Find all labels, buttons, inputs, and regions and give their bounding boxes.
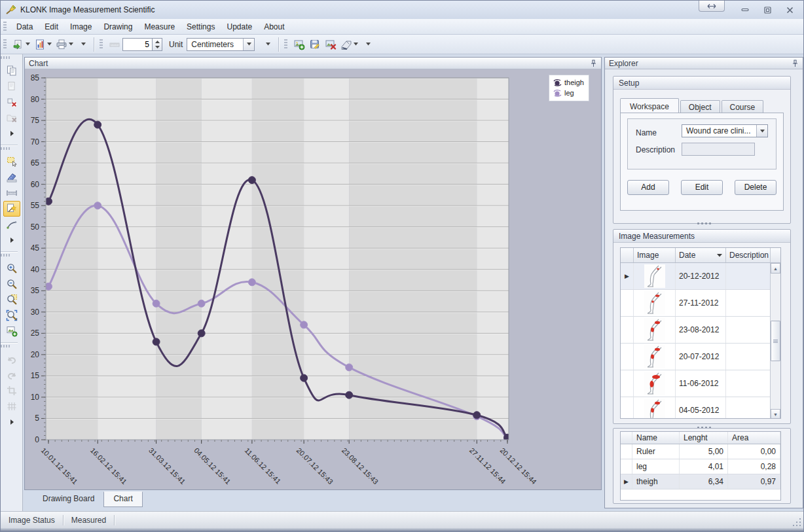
pin-icon[interactable] (590, 60, 597, 67)
save-disk-button[interactable] (307, 37, 323, 52)
zoom-in-icon[interactable] (3, 260, 20, 276)
scroll-down-icon[interactable]: ▼ (771, 409, 780, 419)
toolbar-grip-2[interactable] (100, 39, 103, 50)
left-toolbar-grip[interactable] (1, 147, 11, 150)
explorer-panel-header: Explorer (605, 58, 803, 69)
measure-wizard-icon[interactable] (3, 201, 20, 217)
unit-value: Centimeters (187, 40, 243, 49)
angle-tool-icon[interactable] (3, 217, 20, 232)
image-delete-button[interactable] (323, 37, 338, 52)
splitter-handle[interactable] (605, 221, 803, 225)
menu-drawing[interactable]: Drawing (98, 20, 138, 34)
delete-measure-icon[interactable] (3, 94, 20, 110)
toolbar-overflow-3[interactable] (360, 37, 376, 52)
resize-arrows-button[interactable] (699, 1, 725, 12)
measurement-row-leg[interactable]: leg4,010,28 (621, 459, 780, 474)
column-lenght[interactable]: Lenght (680, 432, 728, 444)
menubar-grip[interactable] (3, 22, 7, 32)
expand-more-icon[interactable] (3, 414, 20, 430)
legend-item-leg[interactable]: leg (553, 88, 584, 98)
image-measurement-row[interactable]: 11-06-2012 (621, 370, 780, 397)
close-button[interactable] (781, 5, 798, 15)
workspace-name-combobox[interactable]: Wound care clini... (682, 124, 768, 137)
ruler-size-spinner[interactable] (153, 38, 162, 51)
menu-about[interactable]: About (258, 20, 290, 34)
unit-dropdown-icon[interactable] (243, 39, 254, 50)
zoom-selection-icon[interactable] (3, 292, 20, 308)
measurement-row-ruler[interactable]: Ruler5,000,00 (621, 444, 780, 459)
image-measurement-row[interactable]: 20-07-2012 (621, 344, 780, 370)
image-add-icon[interactable] (3, 323, 20, 339)
toolbar-overflow-2[interactable] (260, 37, 276, 52)
toolbar-overflow-1[interactable] (75, 37, 91, 52)
left-toolbar-grip[interactable] (1, 56, 11, 59)
measurement-date: 23-08-2012 (676, 317, 726, 343)
chart-surface: 051015202530354045505560657075808510.01.… (25, 69, 601, 489)
ruler-flat-icon[interactable] (3, 185, 20, 201)
unit-combobox[interactable]: Centimeters (187, 38, 255, 51)
select-region-icon[interactable] (3, 154, 20, 169)
column-date[interactable]: Date (676, 248, 726, 262)
menu-data[interactable]: Data (10, 20, 39, 34)
window-resize-grip[interactable] (793, 518, 801, 526)
scroll-up-icon[interactable]: ▲ (771, 263, 780, 274)
column-name[interactable]: Name (632, 432, 680, 444)
measurement-description (726, 317, 771, 343)
print-button[interactable] (54, 37, 75, 52)
menu-image[interactable]: Image (64, 20, 98, 34)
image-add-green-button[interactable] (291, 37, 307, 52)
workspace-name-dropdown-icon[interactable] (756, 125, 767, 137)
pin-icon[interactable] (792, 60, 799, 67)
expand-more-icon[interactable] (3, 232, 20, 248)
left-toolbar-grip[interactable] (1, 345, 11, 347)
report-chart-button[interactable] (32, 37, 54, 52)
scan-export-button[interactable] (338, 37, 360, 52)
copy-document-icon[interactable] (3, 63, 20, 79)
measurement-date: 11-06-2012 (676, 370, 726, 397)
measurement-date: 20-07-2012 (676, 344, 726, 370)
menu-settings[interactable]: Settings (181, 20, 221, 34)
image-measurement-row[interactable]: 27-11-2012 (621, 290, 780, 317)
tab-chart[interactable]: Chart (103, 491, 142, 507)
left-toolbar-grip[interactable] (1, 254, 11, 257)
setup-group: Setup Workspace Object Course Name Woun (613, 76, 791, 224)
measurement-row-theigh[interactable]: ▶theigh6,340,97 (621, 474, 780, 489)
row-selector-header (621, 432, 632, 444)
legend-item-theigh[interactable]: theigh (553, 77, 584, 88)
image-table-scrollbar[interactable]: ▲ ▼ (770, 263, 780, 419)
ruler-size-input[interactable] (122, 38, 153, 51)
ruler-3d-icon[interactable] (3, 169, 20, 185)
image-measurement-row[interactable]: ▶20-12-2012 (621, 263, 780, 290)
zoom-fit-icon[interactable] (3, 308, 20, 323)
menu-measure[interactable]: Measure (138, 20, 181, 34)
svg-text:30: 30 (31, 308, 40, 317)
minimize-button[interactable] (737, 5, 754, 15)
svg-text:31.03.12 15:41: 31.03.12 15:41 (147, 446, 187, 486)
maximize-button[interactable] (759, 5, 776, 15)
import-document-button[interactable] (10, 37, 32, 52)
leg-thumbnail (634, 263, 676, 289)
leg-thumbnail (634, 370, 676, 397)
measurement-description (726, 370, 771, 397)
measurement-row-new[interactable] (621, 489, 780, 501)
expand-more-icon[interactable] (3, 126, 20, 141)
zoom-out-icon[interactable] (3, 276, 20, 292)
left-toolbar (1, 54, 23, 511)
column-area[interactable]: Area (728, 432, 780, 444)
tab-drawing-board[interactable]: Drawing Board (33, 492, 103, 506)
svg-text:45: 45 (31, 243, 40, 253)
menu-update[interactable]: Update (221, 20, 258, 34)
column-image[interactable]: Image (634, 248, 676, 262)
image-measurement-row[interactable]: 04-05-2012 (621, 397, 780, 419)
toolbar-grip-3[interactable] (284, 39, 287, 50)
image-measurement-row[interactable]: 23-08-2012 (621, 317, 780, 344)
toolbar-grip-1[interactable] (3, 39, 7, 50)
chart-panel: Chart 0510152025303540455055606570758085… (24, 57, 602, 490)
scrollbar-thumb[interactable] (771, 321, 780, 361)
menu-edit[interactable]: Edit (39, 20, 64, 34)
delete-button[interactable]: Delete (735, 180, 777, 195)
column-description[interactable]: Description (726, 248, 771, 262)
add-button[interactable]: Add (627, 180, 669, 195)
workspace-description-input[interactable] (682, 143, 755, 156)
edit-button[interactable]: Edit (681, 180, 723, 195)
